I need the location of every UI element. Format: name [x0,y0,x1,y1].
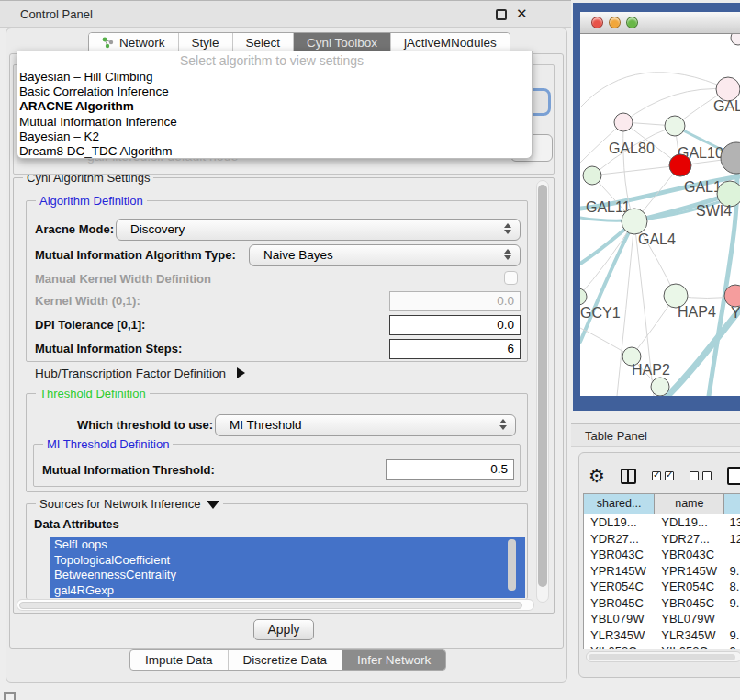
algorithm-option[interactable]: Mutual Information Inference [17,115,532,130]
network-node[interactable] [614,113,633,131]
column-header-partial[interactable]: A [724,494,740,514]
network-canvas[interactable]: GALGAL80GAL10GAL1GAL11SWI4GAL4GCY1HAP4YH… [580,34,740,396]
tab-discretize-data[interactable]: Discretize Data [229,650,343,670]
threshold-definition-legend: Threshold Definition [36,387,150,401]
network-window-titlebar[interactable] [580,12,740,34]
algorithm-option[interactable]: Bayesian – Hill Climbing [17,70,532,85]
kernel-width-label: Kernel Width (0,1): [35,294,140,308]
algorithm-option[interactable]: ARACNE Algorithm [17,99,532,114]
columns-icon[interactable] [621,469,636,484]
close-traffic-light[interactable] [591,17,603,28]
mi-steps-field[interactable]: 6 [389,339,521,359]
settings-horizontal-scroll-thumb[interactable] [19,602,522,609]
dpi-tolerance-field[interactable]: 0.0 [389,315,521,335]
data-attributes-list: SelfLoopsTopologicalCoefficientBetweenne… [50,537,525,598]
network-node[interactable] [665,116,685,136]
tab-impute-data[interactable]: Impute Data [130,650,229,670]
node-table: shared... name A YDL19...YDL19...13YDR27… [583,493,740,649]
network-edge [667,310,740,396]
expander-right-arrow-icon [237,367,245,378]
zoom-traffic-light[interactable] [626,17,638,28]
control-panel-title: Control Panel [20,7,93,21]
data-attribute-item[interactable]: TopologicalCoefficient [50,553,525,569]
which-threshold-label: Which threshold to use: [77,418,213,432]
tab-cyni-toolbox[interactable]: Cyni Toolbox [294,33,391,52]
manual-kernel-label: Manual Kernel Width Definition [35,272,211,286]
gear-icon[interactable]: ⚙ [589,467,605,485]
settings-vertical-scrollbar[interactable] [536,180,549,603]
table-toolbar: ⚙ [589,462,740,490]
minimize-traffic-light[interactable] [609,17,621,28]
mi-threshold-field[interactable]: 0.5 [386,459,514,480]
settings-horizontal-scrollbar[interactable] [17,599,534,611]
table-row[interactable]: YER054CYER054C8. [584,579,740,595]
mi-algorithm-type-combo[interactable]: Naive Bayes [249,244,521,266]
which-threshold-combo[interactable]: MI Threshold [215,414,516,436]
attributes-scrollbar[interactable] [508,539,516,591]
deselect-all-checkboxes-icon[interactable] [690,471,712,480]
sources-legend[interactable]: Sources for Network Inference [36,497,223,511]
close-icon[interactable]: ✕ [516,6,528,22]
table-horizontal-scroll-thumb[interactable] [589,654,735,660]
manual-kernel-checkbox[interactable] [504,271,518,285]
network-node[interactable] [580,288,587,305]
network-edge [580,221,634,342]
network-node[interactable] [622,209,647,234]
tab-style[interactable]: Style [179,33,233,52]
network-node[interactable] [583,166,601,185]
table-header-row: shared... name A [584,494,740,514]
network-edge [580,73,728,107]
algorithm-option[interactable]: Dream8 DC_TDC Algorithm [17,144,532,159]
document-icon[interactable] [727,467,740,485]
network-node-label: GAL1 [684,179,722,195]
network-node[interactable] [731,34,740,45]
float-icon[interactable] [496,9,507,20]
network-edge [592,165,680,175]
kernel-width-field[interactable]: 0.0 [389,291,521,311]
sources-group: Sources for Network Inference Data Attri… [26,503,528,599]
spinner-icon [499,419,507,430]
algorithm-dropdown-placeholder: Select algorithm to view settings [180,53,364,68]
table-row[interactable]: YPR145WYPR145W9. [584,563,740,580]
table-row[interactable]: YIL052CYIL052C9 [584,643,740,649]
table-row[interactable]: YBR045CYBR045C9. [584,595,740,612]
tab-jactivemnodules[interactable]: jActiveMNodules [391,33,510,52]
network-node-label: GAL [713,98,740,114]
mi-threshold-definition-legend: MI Threshold Definition [43,437,173,451]
table-horizontal-scrollbar[interactable] [586,651,740,662]
table-row[interactable]: YLR345WYLR345W9. [584,627,740,644]
mi-algorithm-type-label: Mutual Information Algorithm Type: [35,248,236,262]
column-header-name[interactable]: name [655,494,724,514]
aracne-mode-label: Aracne Mode: [35,222,114,236]
aracne-mode-combo[interactable]: Discovery [116,219,521,241]
network-node-label: Y [731,305,740,321]
algorithm-option[interactable]: Basic Correlation Inference [17,85,532,99]
data-attribute-item[interactable]: BetweennessCentrality [50,568,525,583]
network-node[interactable] [669,154,691,176]
tab-infer-network[interactable]: Infer Network [342,650,445,670]
apply-button[interactable]: Apply [253,619,314,640]
settings-vertical-scroll-thumb[interactable] [538,185,547,587]
algorithm-option[interactable]: Bayesian – K2 [17,130,532,144]
tab-network[interactable]: Network [89,33,179,52]
table-panel-titlebar: Table Panel [571,423,740,447]
data-attribute-item[interactable]: SelfLoops [50,537,525,553]
tab-select[interactable]: Select [233,33,295,52]
table-row[interactable]: YDL19...YDL19...13 [584,514,740,531]
dpi-tolerance-label: DPI Tolerance [0,1]: [35,318,145,332]
spinner-icon [504,249,511,260]
column-header-shared-name[interactable]: shared... [584,494,655,514]
control-panel-titlebar: Control Panel ✕ [0,0,571,28]
algorithm-dropdown-popup: Select algorithm to view settings Bayesi… [17,51,533,159]
minimized-panel-icon[interactable] [4,692,16,700]
table-row[interactable]: YBL079WYBL079W [584,611,740,627]
hub-definition-expander[interactable]: Hub/Transcription Factor Definition [35,367,245,380]
network-svg: GALGAL80GAL10GAL1GAL11SWI4GAL4GCY1HAP4YH… [580,34,740,396]
table-row[interactable]: YDR27...YDR27...12 [584,531,740,548]
data-attribute-item[interactable]: gal4RGexp [50,583,525,599]
table-row[interactable]: YBR043CYBR043C [584,547,740,563]
network-node[interactable] [651,378,669,396]
network-node[interactable] [721,142,740,174]
table-rows: YDL19...YDL19...13YDR27...YDR27...12YBR0… [584,514,740,649]
select-all-checkboxes-icon[interactable] [652,471,674,480]
